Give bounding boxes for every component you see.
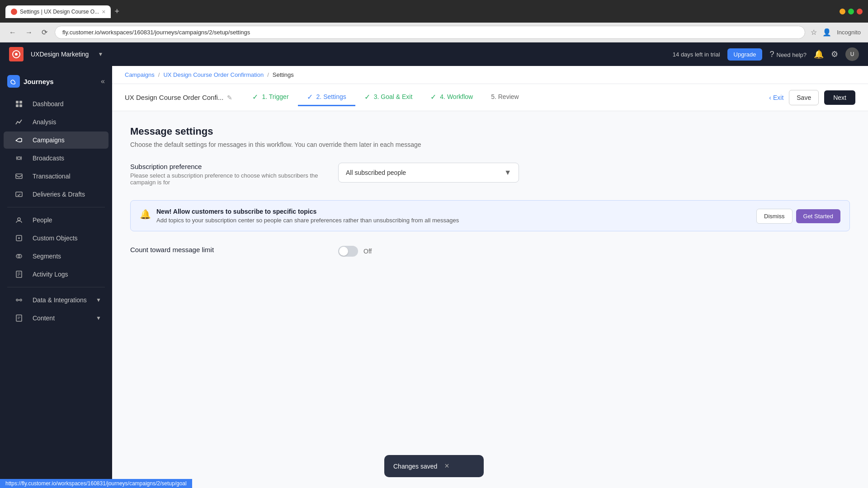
count-limit-toggle[interactable] bbox=[338, 246, 358, 257]
step-settings-label: 2. Settings bbox=[316, 93, 346, 100]
step-review-label: 5. Review bbox=[491, 93, 519, 100]
sidebar-item-custom-objects[interactable]: Custom Objects bbox=[4, 230, 108, 247]
step-goal-exit[interactable]: ✓ 3. Goal & Exit bbox=[355, 89, 422, 106]
sidebar-label-transactional: Transactional bbox=[33, 173, 71, 180]
app-header: UXDesign Marketing ▼ 14 days left in tri… bbox=[0, 42, 868, 66]
bookmark-icon[interactable]: ☆ bbox=[811, 28, 817, 37]
notifications-button[interactable]: 🔔 bbox=[814, 49, 824, 59]
breadcrumb-campaigns[interactable]: Campaigns bbox=[125, 71, 155, 78]
sidebar-collapse-button[interactable]: « bbox=[101, 77, 105, 85]
toast-notification: Changes saved × bbox=[384, 455, 484, 477]
sidebar-item-dashboard[interactable]: Dashboard bbox=[4, 95, 108, 113]
sidebar-label-custom-objects: Custom Objects bbox=[33, 235, 78, 242]
banner-actions: Dismiss Get Started bbox=[756, 209, 840, 224]
step-settings[interactable]: ✓ 2. Settings bbox=[298, 89, 355, 106]
active-tab[interactable]: Settings | UX Design Course O... × bbox=[5, 5, 111, 18]
get-started-button[interactable]: Get Started bbox=[796, 209, 840, 223]
broadcasts-icon bbox=[11, 154, 27, 162]
status-bar-url: https://fly.customer.io/workspaces/16083… bbox=[5, 480, 187, 487]
url-bar[interactable]: fly.customer.io/workspaces/160831/journe… bbox=[55, 26, 805, 39]
address-actions: ☆ 👤 Incognito bbox=[811, 28, 861, 37]
activity-logs-icon bbox=[11, 270, 27, 278]
page-content: Message settings Choose the default sett… bbox=[112, 111, 868, 488]
svg-rect-9 bbox=[16, 192, 22, 197]
step-workflow[interactable]: ✓ 4. Workflow bbox=[421, 89, 482, 106]
people-icon bbox=[11, 216, 27, 224]
toast-close-button[interactable]: × bbox=[444, 461, 449, 471]
sidebar-item-activity-logs[interactable]: Activity Logs bbox=[4, 266, 108, 283]
banner-content: New! Allow customers to subscribe to spe… bbox=[156, 208, 751, 224]
sidebar-item-broadcasts[interactable]: Broadcasts bbox=[4, 150, 108, 167]
select-arrow-icon: ▼ bbox=[504, 169, 511, 177]
minimize-button[interactable] bbox=[840, 9, 845, 14]
breadcrumb-sep-1: / bbox=[158, 71, 160, 78]
tab-close-button[interactable]: × bbox=[102, 8, 105, 15]
svg-point-10 bbox=[18, 218, 20, 221]
refresh-button[interactable]: ⟳ bbox=[40, 26, 49, 38]
step-trigger-check: ✓ bbox=[252, 93, 258, 101]
count-limit-toggle-row: Off bbox=[338, 246, 519, 257]
sidebar-item-transactional[interactable]: Transactional bbox=[4, 168, 108, 185]
exit-button[interactable]: ‹ Exit bbox=[769, 94, 783, 101]
step-nav: UX Design Course Order Confi... ✎ ✓ 1. T… bbox=[112, 84, 868, 111]
count-limit-control: Off bbox=[338, 246, 519, 257]
close-button[interactable] bbox=[857, 9, 863, 14]
segments-icon bbox=[11, 252, 27, 260]
subscription-preference-hint: Please select a subscription preference … bbox=[130, 172, 338, 186]
subscription-preference-control: All subscribed people ▼ bbox=[338, 163, 519, 183]
campaign-title-text: UX Design Course Order Confi... bbox=[125, 94, 223, 101]
upgrade-button[interactable]: Upgrade bbox=[727, 48, 763, 61]
help-button[interactable]: ? Need help? bbox=[769, 50, 807, 59]
sidebar-item-analysis[interactable]: Analysis bbox=[4, 113, 108, 131]
sidebar-item-data-integrations[interactable]: Data & Integrations ▼ bbox=[4, 291, 108, 309]
back-button[interactable]: ← bbox=[7, 27, 18, 38]
sidebar-item-deliveries[interactable]: Deliveries & Drafts bbox=[4, 186, 108, 203]
sidebar-item-content[interactable]: Content ▼ bbox=[4, 310, 108, 327]
save-button[interactable]: Save bbox=[789, 90, 819, 105]
step-trigger[interactable]: ✓ 1. Trigger bbox=[243, 89, 297, 106]
steps-container: ✓ 1. Trigger ✓ 2. Settings ✓ 3. Goal & E… bbox=[243, 89, 769, 106]
maximize-button[interactable] bbox=[848, 9, 854, 14]
section-title: Message settings bbox=[130, 126, 850, 137]
sidebar: Journeys « Dashboard Analysis Campaigns bbox=[0, 66, 112, 488]
workspace-caret[interactable]: ▼ bbox=[98, 51, 103, 57]
tab-title: Settings | UX Design Course O... bbox=[20, 9, 99, 15]
sidebar-item-segments[interactable]: Segments bbox=[4, 248, 108, 265]
sidebar-item-campaigns[interactable]: Campaigns bbox=[4, 131, 108, 149]
url-text: fly.customer.io/workspaces/160831/journe… bbox=[62, 29, 250, 36]
avatar[interactable]: U bbox=[845, 47, 859, 61]
next-button[interactable]: Next bbox=[824, 90, 855, 105]
campaign-title: UX Design Course Order Confi... ✎ bbox=[125, 94, 232, 101]
sidebar-item-people[interactable]: People bbox=[4, 211, 108, 229]
dismiss-button[interactable]: Dismiss bbox=[756, 209, 793, 224]
sidebar-divider-2 bbox=[7, 287, 105, 287]
toast-message: Changes saved bbox=[393, 463, 437, 470]
header-right: 14 days left in trial Upgrade ? Need hel… bbox=[673, 47, 859, 61]
content-icon bbox=[11, 314, 27, 322]
step-nav-right: ‹ Exit Save Next bbox=[769, 90, 855, 105]
sidebar-label-analysis: Analysis bbox=[33, 118, 56, 126]
step-review[interactable]: 5. Review bbox=[482, 89, 528, 105]
sidebar-label-data-integrations: Data & Integrations bbox=[33, 296, 87, 304]
step-trigger-label: 1. Trigger bbox=[262, 93, 288, 100]
custom-objects-icon bbox=[11, 234, 27, 242]
forward-button[interactable]: → bbox=[24, 27, 34, 38]
breadcrumb-sep-2: / bbox=[267, 71, 269, 78]
toggle-knob bbox=[339, 247, 348, 256]
step-settings-check: ✓ bbox=[307, 93, 313, 101]
svg-rect-5 bbox=[19, 104, 22, 107]
sidebar-label-content: Content bbox=[33, 314, 55, 322]
gear-icon: ⚙ bbox=[831, 50, 838, 59]
incognito-label: Incognito bbox=[837, 29, 861, 36]
breadcrumb-campaign-name[interactable]: UX Design Course Order Confirmation bbox=[163, 71, 264, 78]
subscription-preference-label: Subscription preference bbox=[130, 163, 338, 170]
transactional-icon bbox=[11, 172, 27, 180]
edit-campaign-title-icon[interactable]: ✎ bbox=[227, 94, 232, 101]
settings-button[interactable]: ⚙ bbox=[831, 49, 838, 59]
journeys-icon bbox=[10, 78, 17, 85]
subscription-preference-select[interactable]: All subscribed people ▼ bbox=[338, 163, 519, 183]
new-tab-button[interactable]: + bbox=[113, 5, 121, 18]
step-workflow-check: ✓ bbox=[430, 93, 436, 101]
sidebar-label-activity-logs: Activity Logs bbox=[33, 271, 68, 278]
banner-icon: 🔔 bbox=[140, 209, 151, 220]
